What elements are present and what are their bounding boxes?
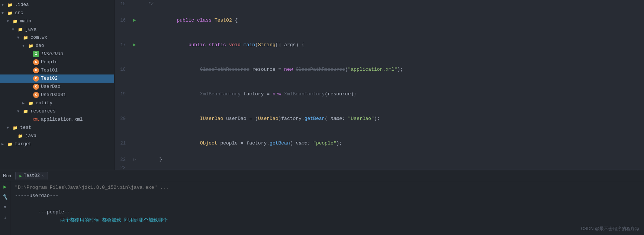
code-editor-area: 15 */ 16 ▶ public class Test02 { 17 ▶ pu… xyxy=(115,0,644,170)
tree-item-main[interactable]: ▼ 📁 main xyxy=(0,17,114,25)
arrow-resources: ▼ xyxy=(17,109,22,114)
tree-item-java-test[interactable]: 📁 java xyxy=(0,132,114,140)
run-output-userdao: -----userdao--- xyxy=(15,192,640,200)
code-line-22: 22 ▷ } xyxy=(115,156,644,164)
code-line-18: 18 ClassPathResource resource = new Clas… xyxy=(115,57,644,82)
arrow-dao: ▼ xyxy=(22,44,28,48)
tree-label-java: java xyxy=(25,27,36,32)
class-icon-iuserdao: I xyxy=(33,51,39,57)
folder-icon-comwx: 📁 xyxy=(22,35,29,40)
line-code-15: */ xyxy=(139,0,644,8)
tree-label-test02: Test02 xyxy=(41,76,58,81)
code-editor[interactable]: 15 */ 16 ▶ public class Test02 { 17 ▶ pu… xyxy=(115,0,644,170)
line-num-19: 19 xyxy=(115,90,130,98)
file-tree-sidebar: ▼ 📁 .idea ▼ 📁 src ▼ 📁 main ▼ 📁 java ▼ 📁 … xyxy=(0,0,115,170)
folder-icon-java-test: 📁 xyxy=(17,134,24,139)
arrow-entity: ▶ xyxy=(22,101,28,105)
line-num-20: 20 xyxy=(115,115,130,123)
tree-item-test01[interactable]: C Test01 xyxy=(0,66,114,74)
folder-icon-entity: 📁 xyxy=(28,101,34,106)
line-code-16: public class Test02 { xyxy=(139,8,644,33)
tree-label-target: target xyxy=(15,142,32,147)
tree-item-java[interactable]: ▼ 📁 java xyxy=(0,25,114,34)
class-icon-people: C xyxy=(33,59,39,65)
run-output: "D:\Program Files\Java\jdk1.8.0_152\bin\… xyxy=(10,181,644,235)
run-content: ▶ 🔧 ▼ ⬇ "D:\Program Files\Java\jdk1.8.0_… xyxy=(0,181,644,235)
tree-item-iuserdao[interactable]: I IUserDao xyxy=(0,50,114,58)
run-label: Run: xyxy=(3,173,12,178)
tree-label-src: src xyxy=(15,10,23,16)
run-tab-close[interactable]: × xyxy=(42,174,44,178)
class-icon-userdao: C xyxy=(33,84,39,90)
code-line-20: 20 IUserDao userDao = (UserDao)factory.g… xyxy=(115,107,644,131)
tree-label-comwx: com.wx xyxy=(30,35,47,40)
tree-label-entity: entity xyxy=(36,101,52,106)
run-panel: Run: ▶ Test02 × ▶ 🔧 ▼ ⬇ "D:\Program File… xyxy=(0,170,644,235)
folder-icon-test: 📁 xyxy=(12,126,19,130)
line-num-17: 17 xyxy=(115,41,130,49)
folder-icon-dao: 📁 xyxy=(28,44,34,48)
folder-icon-target: 📁 xyxy=(7,142,13,147)
tree-label-java-test: java xyxy=(25,133,36,139)
run-sidebar: ▶ 🔧 ▼ ⬇ xyxy=(0,181,10,235)
tree-label-idea: .idea xyxy=(15,2,29,7)
tree-item-src[interactable]: ▼ 📁 src xyxy=(0,9,114,17)
tree-item-people[interactable]: C People xyxy=(0,58,114,66)
arrow-src: ▼ xyxy=(1,11,7,15)
tree-item-userdao[interactable]: C UserDao xyxy=(0,83,114,91)
folder-icon-src: 📁 xyxy=(7,11,13,16)
line-num-16: 16 xyxy=(115,16,130,25)
arrow-comwx: ▼ xyxy=(17,36,22,40)
tree-label-iuserdao: IUserDao xyxy=(41,51,63,57)
run-tab-bar: Run: ▶ Test02 × xyxy=(0,170,644,181)
tree-label-userdao01: UserDao01 xyxy=(41,92,66,98)
class-icon-test02: C xyxy=(33,76,39,82)
tree-item-comwx[interactable]: ▼ 📁 com.wx xyxy=(0,34,114,42)
gutter-17: ▶ xyxy=(130,41,139,49)
tree-item-entity[interactable]: ▶ 📁 entity xyxy=(0,99,114,107)
tree-label-applicationxml: application.xml xyxy=(41,117,83,122)
tree-item-idea[interactable]: ▼ 📁 .idea xyxy=(0,1,114,9)
run-tab-name: Test02 xyxy=(24,173,40,178)
gutter-16: ▶ xyxy=(130,16,139,25)
tree-item-target[interactable]: ▶ 📁 target xyxy=(0,140,114,148)
class-icon-test01: C xyxy=(33,67,39,73)
tree-label-test: test xyxy=(20,125,31,130)
tree-item-resources[interactable]: ▼ 📁 resources xyxy=(0,107,114,115)
run-tab-icon: ▶ xyxy=(19,174,22,178)
run-output-people: ---people--- 两个都使用的时候 都会加载 即用到哪个加载哪个 xyxy=(15,200,640,233)
code-line-16: 16 ▶ public class Test02 { xyxy=(115,8,644,33)
code-line-21: 21 Object people = factory.getBean( name… xyxy=(115,131,644,156)
tree-item-test[interactable]: ▼ 📁 test xyxy=(0,124,114,132)
code-line-17: 17 ▶ public static void main(String[] ar… xyxy=(115,33,644,57)
gutter-22: ▷ xyxy=(130,156,139,164)
tree-label-test01: Test01 xyxy=(41,68,58,73)
line-num-23: 23 xyxy=(115,164,130,170)
tree-label-dao: dao xyxy=(36,43,44,48)
tree-label-main: main xyxy=(20,19,31,24)
tree-label-userdao: UserDao xyxy=(41,84,61,89)
run-tool1[interactable]: 🔧 xyxy=(0,193,9,201)
run-tool2[interactable]: ▼ xyxy=(1,204,9,211)
xml-icon-applicationxml: XML xyxy=(33,118,39,122)
tree-item-test02[interactable]: C Test02 xyxy=(0,74,114,83)
folder-icon-main: 📁 xyxy=(12,19,19,24)
run-tool3[interactable]: ⬇ xyxy=(1,214,9,222)
run-tab-test02[interactable]: ▶ Test02 × xyxy=(15,172,48,180)
main-area: ▼ 📁 .idea ▼ 📁 src ▼ 📁 main ▼ 📁 java ▼ 📁 … xyxy=(0,0,644,170)
code-line-19: 19 XmlBeanFactory factory = new XmlBeanF… xyxy=(115,82,644,107)
run-play-button[interactable]: ▶ xyxy=(1,183,9,190)
line-code-22: } xyxy=(139,156,644,164)
run-output-cmd: "D:\Program Files\Java\jdk1.8.0_152\bin\… xyxy=(15,184,640,192)
tree-item-dao[interactable]: ▼ 📁 dao xyxy=(0,42,114,50)
line-code-19: XmlBeanFactory factory = new XmlBeanFact… xyxy=(139,82,644,107)
tree-label-resources: resources xyxy=(30,109,56,114)
folder-icon-java: 📁 xyxy=(17,27,24,32)
line-num-18: 18 xyxy=(115,66,130,74)
folder-icon-idea: 📁 xyxy=(7,3,13,7)
tree-item-userdao01[interactable]: C UserDao01 xyxy=(0,91,114,99)
tree-item-applicationxml[interactable]: XML application.xml xyxy=(0,115,114,124)
line-code-17: public static void main(String[] args) { xyxy=(139,33,644,57)
folder-icon-resources: 📁 xyxy=(22,109,29,114)
arrow-idea: ▼ xyxy=(1,3,7,7)
